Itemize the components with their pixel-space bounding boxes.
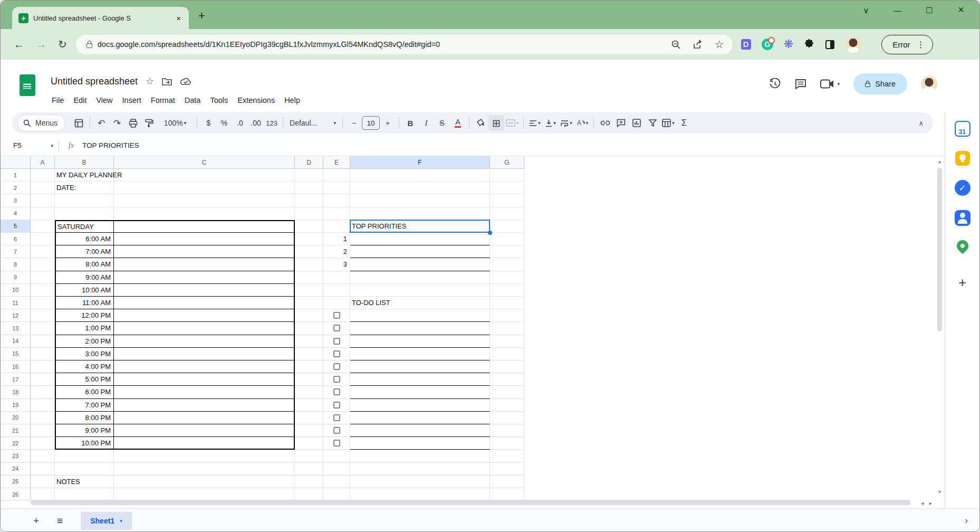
- cell-B19[interactable]: 7:00 PM: [55, 399, 114, 412]
- cell-B17[interactable]: 5:00 PM: [55, 373, 114, 386]
- cell-B13[interactable]: 1:00 PM: [55, 322, 114, 335]
- cell-C8[interactable]: [114, 258, 295, 271]
- cell-F19[interactable]: [350, 399, 490, 412]
- cell-D23[interactable]: [295, 450, 323, 462]
- cell-E3[interactable]: [323, 194, 350, 207]
- cell-G18[interactable]: [490, 386, 524, 398]
- formula-input[interactable]: TOP PRIORITIES: [82, 141, 139, 149]
- row-header-7[interactable]: 7: [1, 245, 31, 258]
- cell-A26[interactable]: [31, 488, 55, 501]
- cell-B26[interactable]: [55, 488, 114, 501]
- cell-D5[interactable]: [295, 220, 323, 233]
- menu-view[interactable]: View: [91, 94, 117, 106]
- print-icon[interactable]: [125, 115, 141, 131]
- cell-C23[interactable]: [114, 450, 295, 462]
- cell-G16[interactable]: [490, 360, 524, 373]
- row-header-5[interactable]: 5: [1, 220, 31, 233]
- cell-F14[interactable]: [350, 335, 490, 348]
- row-header-1[interactable]: 1: [1, 169, 31, 182]
- checkbox-E20[interactable]: [333, 414, 340, 421]
- scroll-right-icon[interactable]: ▸: [929, 500, 937, 506]
- cell-D15[interactable]: [295, 348, 323, 360]
- cell-G8[interactable]: [490, 258, 524, 271]
- row-header-20[interactable]: 20: [1, 412, 31, 424]
- horizontal-scroll-thumb[interactable]: [31, 500, 911, 505]
- cell-C4[interactable]: [114, 207, 295, 220]
- cell-E17[interactable]: [323, 373, 350, 386]
- cell-F7[interactable]: [350, 245, 490, 258]
- column-header-G[interactable]: G: [490, 156, 524, 169]
- text-color-button[interactable]: A: [455, 118, 461, 128]
- cell-A7[interactable]: [31, 245, 55, 258]
- cell-A22[interactable]: [31, 437, 55, 450]
- menu-help[interactable]: Help: [280, 94, 305, 106]
- row-header-11[interactable]: 11: [1, 297, 31, 309]
- cell-C25[interactable]: [114, 476, 295, 488]
- column-header-F[interactable]: F: [350, 156, 490, 169]
- cell-E25[interactable]: [323, 476, 350, 488]
- document-title[interactable]: Untitled spreadsheet: [51, 76, 138, 87]
- cell-B5[interactable]: SATURDAY: [55, 220, 114, 233]
- cell-A3[interactable]: [31, 194, 55, 207]
- cell-G13[interactable]: [490, 322, 524, 335]
- cell-B16[interactable]: 4:00 PM: [55, 360, 114, 373]
- column-header-C[interactable]: C: [114, 156, 295, 169]
- row-header-9[interactable]: 9: [1, 271, 31, 284]
- browser-menu-kebab-icon[interactable]: ⋮: [917, 40, 925, 50]
- menu-tools[interactable]: Tools: [205, 94, 233, 106]
- cell-C3[interactable]: [114, 194, 295, 207]
- cell-B1[interactable]: MY DAILY PLANNER: [55, 169, 114, 182]
- italic-button[interactable]: I: [418, 115, 434, 131]
- menu-edit[interactable]: Edit: [69, 94, 91, 106]
- cell-E7[interactable]: 2: [323, 245, 350, 258]
- share-button[interactable]: Share: [853, 73, 907, 94]
- row-header-25[interactable]: 25: [1, 476, 31, 488]
- contacts-icon[interactable]: [955, 210, 971, 226]
- cell-D11[interactable]: [295, 297, 323, 309]
- cell-A11[interactable]: [31, 297, 55, 309]
- checkbox-E18[interactable]: [333, 388, 340, 395]
- keep-icon[interactable]: [955, 151, 970, 166]
- column-header-D[interactable]: D: [295, 156, 323, 169]
- cell-C11[interactable]: [114, 297, 295, 309]
- window-minimize-icon[interactable]: —: [893, 6, 902, 15]
- cell-C13[interactable]: [114, 322, 295, 335]
- increase-font-size-button[interactable]: +: [380, 115, 396, 131]
- row-header-2[interactable]: 2: [1, 182, 31, 194]
- extensions-puzzle-icon[interactable]: [804, 39, 815, 50]
- table-tools-button[interactable]: ▾: [660, 115, 676, 131]
- cell-F11[interactable]: TO-DO LIST: [350, 297, 490, 309]
- vertical-scrollbar[interactable]: ▴ ▾: [936, 158, 943, 495]
- row-header-14[interactable]: 14: [1, 335, 31, 348]
- cell-B21[interactable]: 9:00 PM: [55, 424, 114, 437]
- paint-format-icon[interactable]: [141, 115, 157, 131]
- cell-G7[interactable]: [490, 245, 524, 258]
- star-document-icon[interactable]: ☆: [146, 75, 154, 87]
- cell-G25[interactable]: [490, 476, 524, 488]
- cell-B15[interactable]: 3:00 PM: [55, 348, 114, 360]
- cell-F8[interactable]: [350, 258, 490, 271]
- cell-E20[interactable]: [323, 412, 350, 424]
- cell-D4[interactable]: [295, 207, 323, 220]
- checkbox-E12[interactable]: [333, 312, 340, 319]
- side-panel-icon[interactable]: [825, 40, 834, 49]
- cell-G6[interactable]: [490, 233, 524, 245]
- cell-D3[interactable]: [295, 194, 323, 207]
- borders-button[interactable]: ⊞: [488, 115, 504, 131]
- cell-E6[interactable]: 1: [323, 233, 350, 245]
- cell-F25[interactable]: [350, 476, 490, 488]
- cell-F20[interactable]: [350, 412, 490, 424]
- cell-F22[interactable]: [350, 437, 490, 450]
- cell-D10[interactable]: [295, 284, 323, 297]
- calendar-icon[interactable]: 31: [955, 121, 971, 137]
- scroll-down-icon[interactable]: ▾: [936, 489, 943, 495]
- cell-B12[interactable]: 12:00 PM: [55, 309, 114, 322]
- cell-A8[interactable]: [31, 258, 55, 271]
- cell-D7[interactable]: [295, 245, 323, 258]
- format-percent-button[interactable]: %: [216, 115, 232, 131]
- cell-F2[interactable]: [350, 182, 490, 194]
- grammarly-extension-icon[interactable]: G: [762, 39, 773, 50]
- cell-B6[interactable]: 6:00 AM: [55, 233, 114, 245]
- cell-E8[interactable]: 3: [323, 258, 350, 271]
- cell-G26[interactable]: [490, 488, 524, 501]
